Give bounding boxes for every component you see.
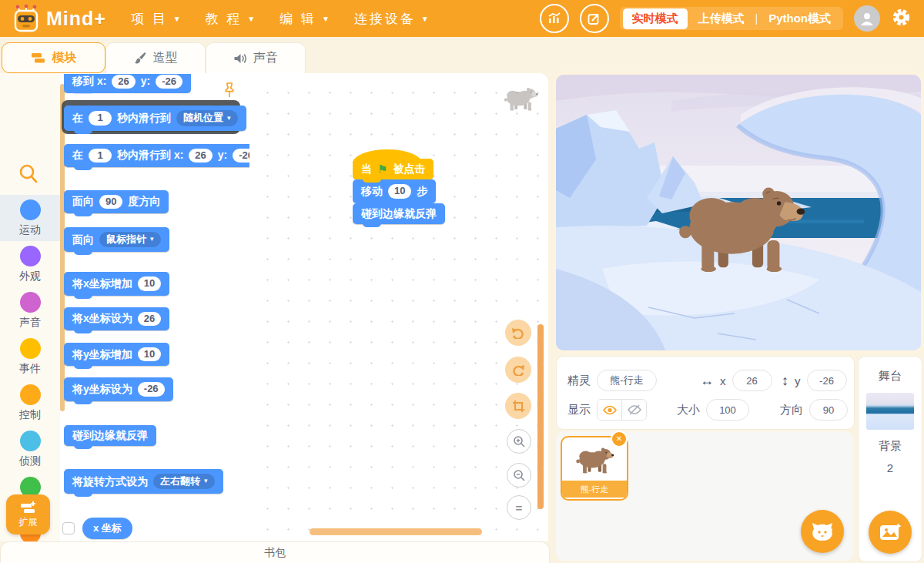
stack-block[interactable]: 碰到边缘就反弹 [64,425,156,446]
category-item-控制[interactable]: 控制 [0,380,60,426]
menu-edit[interactable]: 编 辑▼ [270,5,339,32]
stack-block[interactable]: 移到 x:26y:-26 [64,73,191,93]
reporter-checkbox[interactable] [62,522,75,535]
sprite-name-input[interactable] [597,370,657,391]
block-value-input[interactable]: 10 [138,347,161,361]
redo-button[interactable] [505,357,531,383]
mode-upload-button[interactable]: 上传模式 [689,8,754,29]
x-axis-icon: ↔ [700,373,714,389]
category-item-侦测[interactable]: 侦测 [0,426,60,472]
zoom-reset-button[interactable]: = [507,495,531,520]
stack-block[interactable]: 面向鼠标指针▾ [64,227,169,252]
palette-block-row: 移到 x:26y:-26 [64,73,250,93]
sprite-direction-input[interactable] [809,399,848,421]
stack-block[interactable]: 将旋转方式设为左右翻转▾ [64,469,223,494]
main-menu: 项 目▼ 教 程▼ 编 辑▼ 连接设备▼ [122,5,438,32]
block-value-input[interactable]: -26 [138,382,165,396]
category-item-外观[interactable]: 外观 [0,241,60,287]
block-value-input[interactable]: 10 [388,184,411,198]
script-canvas[interactable]: 当⚑被点击移动10步碰到边缘就反弹 = [249,73,548,541]
tab-blocks[interactable]: 模块 [2,42,105,73]
chevron-down-icon: ▾ [204,478,208,485]
tab-costumes[interactable]: 造型 [105,42,206,73]
block-dropdown[interactable]: 左右翻转▾ [153,474,215,489]
show-sprite-button[interactable] [598,400,621,420]
block-text: 秒内滑行到 x: [117,149,183,161]
block-value-input[interactable]: 90 [99,195,122,209]
zoom-out-button[interactable] [507,463,531,488]
script-horizontal-scrollbar[interactable] [310,528,482,535]
mode-python-button[interactable]: Python模式 [759,8,840,29]
new-post-icon[interactable] [580,4,609,33]
zoom-in-button[interactable] [507,429,531,454]
stack-block[interactable]: 在1秒内滑行到随机位置▾ [64,106,246,130]
tab-sounds[interactable]: 声音 [206,42,306,73]
mindplus-logo[interactable]: Mind+ [11,5,106,32]
stack-block[interactable]: 将y坐标增加10 [64,343,169,366]
undo-button[interactable] [505,320,531,346]
chevron-down-icon: ▼ [247,15,255,23]
y-label: y [795,374,801,387]
stack-block[interactable]: 在1秒内滑行到 x:26y:-26 [64,144,250,167]
direction-label: 方向 [780,403,803,417]
add-sprite-button[interactable] [801,510,844,553]
category-item-事件[interactable]: 事件 [0,333,60,380]
menu-connect-device[interactable]: 连接设备▼ [345,5,438,32]
stack-block[interactable]: 碰到边缘就反弹 [353,203,445,224]
search-icon[interactable] [17,163,40,189]
sprite-y-input[interactable] [807,370,847,391]
menu-project[interactable]: 项 目▼ [122,5,190,32]
category-item-声音[interactable]: 声音 [0,287,60,333]
stage-canvas[interactable] [556,75,921,350]
sprite-size-input[interactable] [706,399,749,421]
block-value-input[interactable]: -26 [233,149,250,163]
block-text: 当 [361,163,372,175]
block-text: 将y坐标设为 [72,384,132,395]
script-block-stack: 当⚑被点击移动10步碰到边缘就反弹 [353,149,445,224]
category-label: 运动 [19,223,41,237]
stage-panel[interactable]: 舞台 背景 2 [858,356,922,562]
block-value-input[interactable]: 26 [189,149,212,163]
community-icon[interactable] [540,4,569,33]
stack-block[interactable]: 移动10步 [353,179,436,203]
block-value-input[interactable]: 26 [138,312,161,326]
script-vertical-scrollbar[interactable] [537,324,544,509]
category-item-运动[interactable]: 运动 [0,195,60,241]
block-text: 被点击 [393,163,425,175]
block-value-input[interactable]: -26 [156,75,182,89]
logo-text: Mind+ [46,8,106,30]
delete-sprite-badge[interactable]: ✕ [611,431,628,447]
user-avatar[interactable] [854,5,880,32]
screenshot-crop-button[interactable] [505,393,531,419]
backpack-label: 书包 [264,546,286,560]
block-value-input[interactable]: 1 [89,149,112,163]
settings-gear-icon[interactable] [891,7,912,31]
sprite-card-name: 熊-行走 [562,481,627,498]
category-color-dot [20,384,41,405]
hat-block[interactable]: 当⚑被点击 [353,159,434,179]
stack-block[interactable]: 面向90度方向 [64,190,169,213]
x-position-reporter[interactable]: x 坐标 [82,518,132,539]
backdrop-thumbnail[interactable] [866,393,914,430]
block-value-input[interactable]: 26 [112,75,135,89]
block-dropdown[interactable]: 鼠标指针▾ [99,232,161,247]
stack-block[interactable]: 将x坐标增加10 [64,272,169,295]
category-color-dot [20,199,41,220]
chevron-down-icon: ▼ [322,15,330,23]
stack-block[interactable]: 将x坐标设为26 [64,307,169,330]
block-value-input[interactable]: 1 [89,111,112,125]
menu-tutorial[interactable]: 教 程▼ [196,5,265,32]
mode-realtime-button[interactable]: 实时模式 [623,8,688,29]
block-text: 将x坐标设为 [72,313,132,324]
add-extension-button[interactable]: 扩展 [6,494,50,535]
add-backdrop-button[interactable] [869,511,912,554]
stack-block[interactable]: 将y坐标设为-26 [64,377,173,400]
backpack-bar[interactable]: 书包 [0,541,550,563]
chevron-down-icon: ▾ [227,115,231,122]
block-dropdown[interactable]: 随机位置▾ [176,110,238,126]
sprite-x-input[interactable] [732,370,772,391]
block-value-input[interactable]: 10 [138,276,161,290]
hide-sprite-button[interactable] [621,400,646,420]
block-text: 移到 x: [72,75,106,87]
chevron-down-icon: ▼ [173,15,181,23]
